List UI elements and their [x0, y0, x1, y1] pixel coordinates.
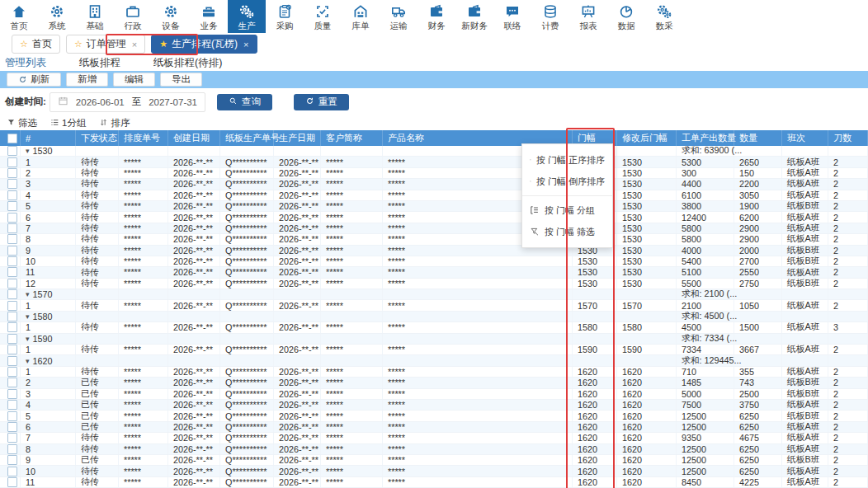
row-checkbox[interactable] — [7, 467, 17, 476]
nav-item-11[interactable]: 运输 — [380, 0, 417, 33]
nav-item-3[interactable]: 基础 — [76, 0, 114, 33]
row-checkbox[interactable] — [7, 146, 17, 156]
filter-toggle[interactable]: 筛选 — [7, 117, 37, 129]
close-icon[interactable]: × — [132, 40, 137, 49]
collapse-caret-icon[interactable]: ▾ — [26, 290, 30, 298]
row-checkbox[interactable] — [7, 301, 17, 311]
select-all-checkbox[interactable] — [7, 134, 17, 143]
table-row[interactable]: 1待传*****2026-**-**Q**********2026-**-***… — [0, 345, 868, 355]
table-row[interactable]: 7待传*****2026-**-**Q**********2026-**-***… — [0, 433, 868, 443]
row-checkbox[interactable] — [7, 267, 17, 277]
table-row[interactable]: 8待传*****2026-**-**Q**********2026-**-***… — [0, 234, 868, 245]
nav-item-18[interactable]: 数采 — [645, 0, 683, 33]
context-menu-item-1[interactable]: 按 门幅 正序排序 — [522, 149, 612, 171]
table-row[interactable]: 4待传*****2026-**-**Q**********2026-**-***… — [0, 190, 868, 201]
board-order-no-column-header[interactable]: 纸板生产单号 — [220, 130, 274, 146]
nav-item-7[interactable]: 生产 — [228, 0, 266, 33]
row-checkbox[interactable] — [7, 444, 17, 454]
star-icon[interactable]: ☆ — [74, 40, 83, 49]
group-row[interactable]: ▾1620求和: 129445... — [0, 355, 868, 366]
collapse-caret-icon[interactable]: ▾ — [26, 312, 30, 321]
shift-column-header[interactable]: 班次 — [782, 130, 828, 146]
nav-item-8[interactable]: 采购 — [266, 0, 304, 33]
table-row[interactable]: 1待传*****2026-**-**Q**********2026-**-***… — [0, 157, 868, 167]
table-row[interactable]: 5已传*****2026-**-**Q**********2026-**-***… — [0, 411, 868, 421]
row-checkbox[interactable] — [7, 168, 17, 178]
row-checkbox[interactable] — [7, 157, 17, 167]
row-checkbox[interactable] — [7, 389, 17, 399]
date-from-value[interactable]: 2026-06-01 — [76, 97, 125, 107]
tab-3[interactable]: ★生产排程(瓦楞)× — [151, 35, 257, 54]
qty-column-header[interactable]: 数量 — [734, 130, 782, 146]
table-row[interactable]: 1待传*****2026-**-**Q**********2026-**-***… — [0, 367, 868, 378]
cuts-column-header[interactable]: 刀数 — [828, 130, 868, 146]
group-row[interactable]: ▾1570求和: 2100 (... — [0, 289, 868, 300]
nav-item-16[interactable]: 报表 — [569, 0, 607, 33]
group-toggle[interactable]: 1分组 — [50, 117, 86, 129]
nav-item-14[interactable]: 联络 — [493, 0, 531, 33]
row-checkbox[interactable] — [7, 411, 17, 421]
nav-item-4[interactable]: 行政 — [114, 0, 152, 33]
row-checkbox[interactable] — [7, 422, 17, 432]
toolbar-button-2[interactable]: 新增 — [66, 73, 108, 87]
sort-toggle[interactable]: 排序 — [99, 117, 130, 129]
query-button[interactable]: 查询 — [217, 94, 272, 110]
subtab-1[interactable]: 管理列表 — [5, 56, 46, 70]
table-row[interactable]: 11待传*****2026-**-**Q**********2026-**-**… — [0, 477, 868, 488]
row-checkbox[interactable] — [7, 477, 17, 487]
table-row[interactable]: 5待传*****2026-**-**Q**********2026-**-***… — [0, 201, 868, 212]
table-row[interactable]: 1待传*****2026-**-**Q**********2026-**-***… — [0, 300, 868, 311]
context-menu-item-2[interactable]: 按 门幅 倒序排序 — [522, 171, 612, 192]
tab-1[interactable]: ☆首页 — [12, 35, 60, 54]
collapse-caret-icon[interactable]: ▾ — [26, 335, 30, 343]
close-icon[interactable]: × — [243, 40, 248, 49]
nav-item-2[interactable]: 系统 — [38, 0, 76, 33]
date-range-picker[interactable]: 2026-06-01 至 2027-07-31 — [50, 92, 205, 112]
context-menu-item-5[interactable]: 按 门幅 筛选 — [522, 221, 612, 242]
nav-item-10[interactable]: 库单 — [342, 0, 380, 33]
table-row[interactable]: 7待传*****2026-**-**Q**********2026-**-***… — [0, 223, 868, 234]
output-qty-column-header[interactable]: 工单产出数量 — [677, 130, 734, 146]
nav-item-12[interactable]: 财务 — [417, 0, 455, 33]
table-row[interactable]: 3待传*****2026-**-**Q**********2026-**-***… — [0, 179, 868, 190]
context-menu-item-4[interactable]: 按 门幅 分组 — [522, 199, 612, 221]
group-row[interactable]: ▾1530求和: 63900 (... — [0, 146, 868, 157]
table-row[interactable]: 2待传*****2026-**-**Q**********2026-**-***… — [0, 168, 868, 179]
row-checkbox[interactable] — [7, 400, 17, 410]
modified-width-column-header[interactable]: 修改后门幅 — [617, 130, 677, 146]
row-checkbox[interactable] — [7, 213, 17, 223]
production-date-column-header[interactable]: 生产日期 — [274, 130, 321, 146]
table-row[interactable]: 2已传*****2026-**-**Q**********2026-**-***… — [0, 378, 868, 388]
table-row[interactable]: 9待传*****2026-**-**Q**********2026-**-***… — [0, 246, 868, 256]
group-row[interactable]: ▾1590求和: 7334 (... — [0, 334, 868, 345]
row-checkbox[interactable] — [7, 356, 17, 366]
table-row[interactable]: 9已传*****2026-**-**Q**********2026-**-***… — [0, 455, 868, 466]
table-row[interactable]: 6待传*****2026-**-**Q**********2026-**-***… — [0, 212, 868, 223]
row-checkbox[interactable] — [7, 433, 17, 443]
row-checkbox[interactable] — [7, 201, 17, 211]
row-checkbox[interactable] — [7, 223, 17, 233]
nav-item-13[interactable]: 新财务 — [455, 0, 493, 33]
nav-item-6[interactable]: 业务 — [190, 0, 228, 33]
nav-item-15[interactable]: 计费 — [531, 0, 569, 33]
row-checkbox[interactable] — [7, 312, 17, 321]
row-checkbox[interactable] — [7, 345, 17, 354]
row-checkbox[interactable] — [7, 367, 17, 377]
star-icon[interactable]: ☆ — [20, 40, 28, 49]
table-row[interactable]: 8待传*****2026-**-**Q**********2026-**-***… — [0, 444, 868, 455]
table-row[interactable]: 4已传*****2026-**-**Q**********2026-**-***… — [0, 400, 868, 411]
tab-2[interactable]: ☆订单管理× — [66, 35, 145, 54]
star-icon[interactable]: ★ — [159, 40, 167, 49]
subtab-2[interactable]: 纸板排程 — [79, 56, 120, 70]
group-row[interactable]: ▾1580求和: 4500 (... — [0, 312, 868, 322]
collapse-caret-icon[interactable]: ▾ — [26, 147, 30, 155]
row-checkbox[interactable] — [7, 279, 17, 289]
row-checkbox[interactable] — [7, 179, 17, 189]
row-checkbox[interactable] — [7, 256, 17, 266]
created-date-column-header[interactable]: 创建日期 — [168, 130, 220, 146]
row-checkbox[interactable] — [7, 334, 17, 344]
nav-item-5[interactable]: 设备 — [152, 0, 190, 33]
row-checkbox[interactable] — [7, 289, 17, 299]
row-checkbox[interactable] — [7, 190, 17, 200]
toolbar-button-1[interactable]: 刷新 — [7, 73, 61, 87]
